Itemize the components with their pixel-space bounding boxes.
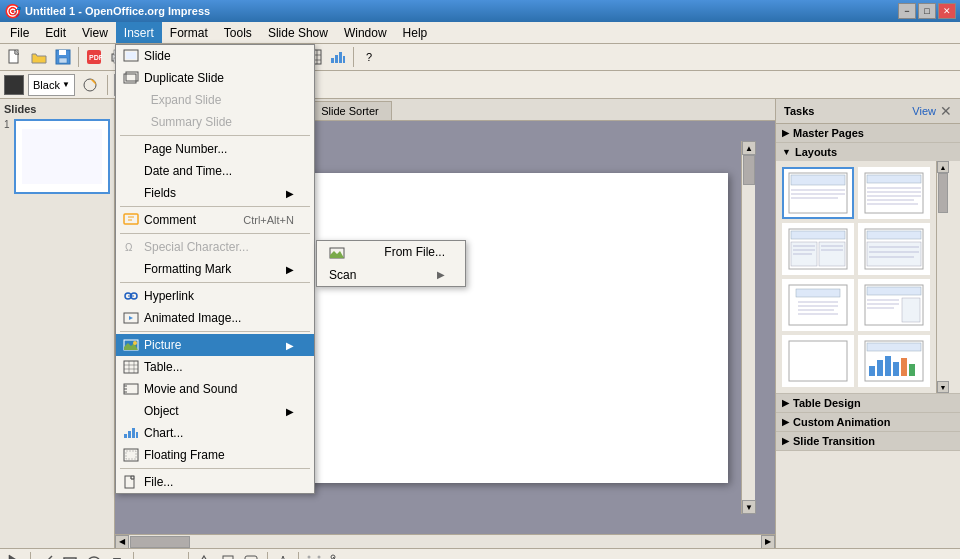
scroll-left-button[interactable]: ◀ [115,535,129,549]
submenu-scan[interactable]: Scan ▶ [317,264,465,286]
menu-window[interactable]: Window [336,22,395,43]
insert-chart-button[interactable] [327,46,349,68]
h-scroll-thumb[interactable] [130,536,190,548]
svg-rect-77 [819,242,845,266]
menu-format[interactable]: Format [162,22,216,43]
scroll-right-button[interactable]: ▶ [761,535,775,549]
master-pages-header[interactable]: ▶ Master Pages [776,124,960,142]
connector-tool[interactable] [162,551,184,560]
menu-item-hyperlink[interactable]: Hyperlink [116,285,314,307]
svg-rect-61 [22,129,102,184]
menu-item-date-time[interactable]: Date and Time... [116,160,314,182]
save-button[interactable] [52,46,74,68]
menu-item-dup-slide[interactable]: Duplicate Slide [116,67,314,89]
svg-rect-1 [126,52,136,59]
line-tool[interactable] [35,551,57,560]
menu-item-comment[interactable]: Comment Ctrl+Alt+N [116,209,314,231]
select-tool[interactable] [4,551,26,560]
draw-sep-5 [298,552,299,560]
menu-item-floating-frame[interactable]: Floating Frame [116,444,314,466]
new-button[interactable] [4,46,26,68]
h-scroll-track [129,535,761,549]
color-picker-button[interactable] [79,74,101,96]
menu-slideshow[interactable]: Slide Show [260,22,336,43]
menu-item-fields[interactable]: Fields ▶ [116,182,314,204]
menu-file[interactable]: File [2,22,37,43]
slide-transition-header[interactable]: ▶ Slide Transition [776,432,960,450]
curve-tool[interactable] [138,551,160,560]
menu-item-slide[interactable]: Slide [116,45,314,67]
menu-item-animated-image[interactable]: Animated Image... [116,307,314,329]
layout-item-3[interactable] [782,223,854,275]
svg-rect-101 [789,341,847,381]
svg-rect-4 [124,214,138,224]
vertical-scrollbar[interactable]: ▲ ▼ [741,141,755,514]
scroll-up-button[interactable]: ▲ [742,141,756,155]
menu-item-file-insert[interactable]: File... [116,471,314,493]
slide-thumbnail[interactable] [14,119,110,194]
snap-points-button[interactable] [303,551,325,560]
restore-button[interactable]: □ [918,3,936,19]
shapes-button[interactable] [193,551,215,560]
menu-item-chart[interactable]: Chart... [116,422,314,444]
rect-tool[interactable] [59,551,81,560]
svg-point-15 [133,341,137,345]
help-button[interactable]: ? [358,46,380,68]
star-shapes-button[interactable] [272,551,294,560]
svg-rect-31 [125,476,134,488]
master-pages-arrow: ▶ [782,128,789,138]
menu-view[interactable]: View [74,22,116,43]
horizontal-scrollbar[interactable]: ◀ ▶ [115,534,775,548]
scroll-down-button[interactable]: ▼ [742,500,756,514]
submenu-from-file[interactable]: From File... [317,241,465,264]
glue-points-button[interactable] [327,551,349,560]
layout-item-5[interactable] [782,279,854,331]
menu-item-picture[interactable]: Picture ▶ [116,334,314,356]
table-icon [122,358,140,376]
menu-item-object[interactable]: Object ▶ [116,400,314,422]
svg-rect-26 [128,431,131,438]
menu-item-page-number[interactable]: Page Number... [116,138,314,160]
callout-button[interactable] [241,551,263,560]
layout-item-1[interactable] [782,167,854,219]
sep6 [120,468,310,469]
color-black-select[interactable]: Black ▼ [28,74,75,96]
bottom-toolbar: T [0,548,960,559]
svg-rect-39 [59,58,67,63]
layouts-scroll-thumb[interactable] [938,173,948,213]
menu-item-formatting-mark[interactable]: Formatting Mark ▶ [116,258,314,280]
flowchart-button[interactable] [217,551,239,560]
menu-insert[interactable]: Insert [116,22,162,43]
layout-item-6[interactable] [858,279,930,331]
minimize-button[interactable]: − [898,3,916,19]
scroll-thumb[interactable] [743,155,755,185]
menu-tools[interactable]: Tools [216,22,260,43]
layouts-header[interactable]: ▼ Layouts [776,143,960,161]
layout-item-8[interactable] [858,335,930,387]
svg-marker-117 [198,556,210,560]
layout-item-4[interactable] [858,223,930,275]
layout-item-7[interactable] [782,335,854,387]
custom-animation-arrow: ▶ [782,417,789,427]
scroll-track [742,155,755,500]
open-button[interactable] [28,46,50,68]
layouts-scroll-up[interactable]: ▲ [937,161,949,173]
tasks-view-button[interactable]: View [912,105,936,117]
pdf-button[interactable]: PDF [83,46,105,68]
ellipse-tool[interactable] [83,551,105,560]
color-black-arrow[interactable]: ▼ [62,80,70,89]
layout-item-2[interactable] [858,167,930,219]
layouts-scrollbar[interactable]: ▲ ▼ [936,161,948,393]
tasks-close-icon[interactable]: ✕ [940,103,952,119]
tab-slide-sorter[interactable]: Slide Sorter [308,101,391,120]
menu-edit[interactable]: Edit [37,22,74,43]
table-design-header[interactable]: ▶ Table Design [776,394,960,412]
text-tool[interactable]: T [107,551,129,560]
custom-animation-header[interactable]: ▶ Custom Animation [776,413,960,431]
menu-item-table[interactable]: Table... [116,356,314,378]
tasks-panel: Tasks View ✕ ▶ Master Pages ▼ Layouts [775,99,960,548]
close-button[interactable]: ✕ [938,3,956,19]
menu-item-movie-sound[interactable]: Movie and Sound [116,378,314,400]
menu-help[interactable]: Help [395,22,436,43]
layouts-scroll-down[interactable]: ▼ [937,381,949,393]
